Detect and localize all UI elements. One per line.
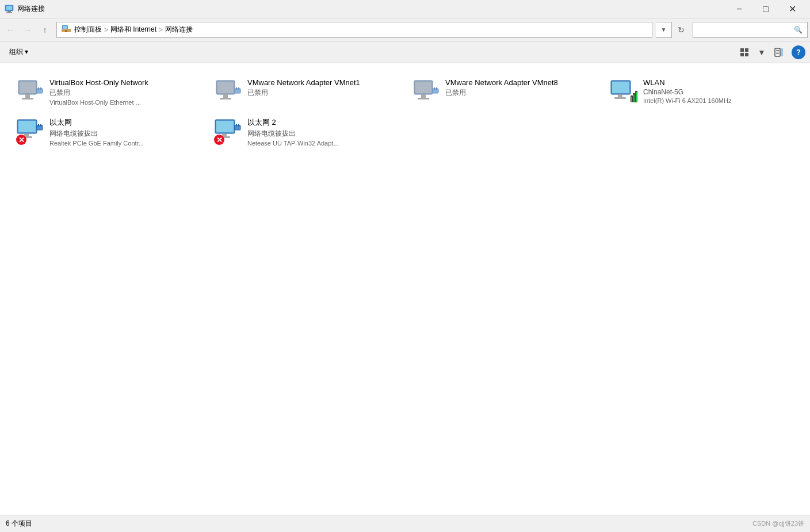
- svg-rect-37: [414, 81, 433, 94]
- maximize-button[interactable]: □: [752, 0, 779, 18]
- network-name-vmnet1: VMware Network Adapter VMnet1: [247, 78, 360, 87]
- svg-rect-55: [37, 125, 43, 130]
- minimize-button[interactable]: −: [726, 0, 752, 18]
- svg-rect-57: [40, 124, 41, 127]
- network-name-virtualbox: VirtualBox Host-Only Network: [49, 78, 148, 87]
- up-button[interactable]: ↑: [37, 22, 53, 38]
- help-button[interactable]: ?: [792, 45, 805, 59]
- svg-rect-24: [40, 87, 41, 90]
- svg-rect-35: [421, 94, 426, 98]
- svg-rect-50: [636, 92, 637, 102]
- network-name-vmnet8: VMware Network Adapter VMnet8: [445, 78, 558, 87]
- svg-rect-15: [776, 52, 779, 52]
- network-item-vmnet8[interactable]: VMware Network Adapter VMnet8 已禁用: [405, 72, 603, 112]
- breadcrumb-icon: [62, 24, 71, 35]
- search-icon: 🔍: [794, 26, 803, 34]
- computer-vmnet1-icon: [214, 78, 242, 106]
- svg-rect-63: [236, 124, 237, 127]
- back-button[interactable]: ←: [2, 22, 18, 38]
- breadcrumb-part3: 网络连接: [165, 25, 193, 35]
- network-info-ethernet2: 以太网 2 网络电缆被拔出 Netease UU TAP-Win32 Adapt…: [247, 117, 339, 147]
- svg-rect-39: [434, 87, 435, 90]
- network-detail-ethernet2: Netease UU TAP-Win32 Adapt...: [247, 140, 339, 147]
- svg-rect-2: [7, 11, 11, 12]
- svg-rect-62: [235, 125, 240, 130]
- svg-rect-27: [223, 94, 228, 98]
- network-name-ethernet: 以太网: [49, 117, 144, 128]
- network-name-ethernet2: 以太网 2: [247, 117, 339, 128]
- svg-rect-23: [38, 87, 39, 90]
- error-badge-ethernet: ✕: [16, 135, 26, 145]
- address-field[interactable]: 控制面板 > 网络和 Internet > 网络连接: [56, 22, 652, 38]
- search-input[interactable]: [698, 26, 794, 34]
- svg-rect-52: [18, 121, 36, 132]
- svg-rect-29: [216, 81, 235, 94]
- breadcrumb-part1: 控制面板: [74, 25, 102, 35]
- search-box[interactable]: 🔍: [693, 22, 808, 38]
- network-status-virtualbox: 已禁用: [49, 88, 148, 98]
- title-bar-controls[interactable]: − □ ✕: [726, 0, 805, 18]
- details-pane-button[interactable]: [771, 44, 787, 60]
- view-buttons: ▼: [736, 44, 787, 60]
- svg-rect-7: [65, 30, 67, 32]
- svg-rect-3: [6, 12, 12, 13]
- network-status-wlan: ChinaNet-5G: [643, 88, 731, 96]
- network-status-vmnet1: 已禁用: [247, 88, 360, 98]
- close-button[interactable]: ✕: [779, 0, 805, 18]
- svg-rect-59: [216, 121, 234, 132]
- network-icon-wrapper-ethernet2: ✕: [214, 117, 242, 145]
- status-item-count: 6 个项目: [6, 519, 32, 529]
- network-item-ethernet2[interactable]: ✕ 以太网 2 网络电缆被拔出 Netease UU TAP-Win32 Ada…: [207, 112, 405, 152]
- network-name-wlan: WLAN: [643, 78, 731, 87]
- title-bar-title: 网络连接: [17, 4, 726, 14]
- svg-rect-44: [614, 97, 626, 99]
- svg-rect-10: [740, 53, 744, 56]
- computer-wlan-icon: [610, 78, 637, 106]
- svg-rect-14: [776, 50, 779, 51]
- svg-rect-64: [238, 124, 239, 127]
- network-item-wlan[interactable]: WLAN ChinaNet-5G Intel(R) Wi-Fi 6 AX201 …: [603, 72, 801, 112]
- svg-rect-30: [235, 89, 240, 93]
- refresh-button[interactable]: ↻: [673, 22, 689, 38]
- network-info-virtualbox: VirtualBox Host-Only Network 已禁用 Virtual…: [49, 78, 148, 106]
- empty-cell-1: [405, 112, 603, 152]
- forward-button[interactable]: →: [20, 22, 36, 38]
- svg-rect-40: [436, 87, 437, 90]
- network-info-wlan: WLAN ChinaNet-5G Intel(R) Wi-Fi 6 AX201 …: [643, 78, 731, 104]
- network-item-vmnet1[interactable]: VMware Network Adapter VMnet1 已禁用: [207, 72, 405, 112]
- svg-rect-46: [631, 97, 632, 102]
- svg-rect-13: [781, 48, 783, 56]
- title-bar-icon: [5, 5, 14, 14]
- svg-rect-38: [433, 89, 438, 93]
- svg-rect-32: [238, 87, 239, 90]
- network-info-ethernet: 以太网 网络电缆被拔出 Realtek PCIe GbE Family Cont…: [49, 117, 144, 147]
- svg-rect-19: [25, 94, 30, 98]
- network-item-ethernet[interactable]: ✕ 以太网 网络电缆被拔出 Realtek PCIe GbE Family Co…: [9, 112, 207, 152]
- svg-rect-22: [37, 89, 43, 93]
- network-status-ethernet2: 网络电缆被拔出: [247, 129, 339, 139]
- network-icon-wrapper-vmnet8: [412, 78, 440, 106]
- network-grid: VirtualBox Host-Only Network 已禁用 Virtual…: [9, 72, 801, 152]
- network-info-vmnet1: VMware Network Adapter VMnet1 已禁用: [247, 78, 360, 99]
- network-item-virtualbox[interactable]: VirtualBox Host-Only Network 已禁用 Virtual…: [9, 72, 207, 112]
- svg-rect-16: [776, 53, 779, 54]
- svg-rect-8: [740, 48, 744, 52]
- status-bar: 6 个项目 CSDN @cjj饼23饼: [0, 515, 810, 532]
- svg-rect-36: [418, 98, 429, 99]
- view-dropdown-button[interactable]: ▼: [754, 44, 770, 60]
- address-dropdown[interactable]: ▼: [656, 22, 672, 38]
- view-toggle-button[interactable]: [736, 44, 752, 60]
- computer-disabled-icon: [16, 78, 44, 106]
- network-detail-virtualbox: VirtualBox Host-Only Ethernet ...: [49, 99, 148, 106]
- svg-rect-1: [6, 6, 12, 10]
- network-detail-wlan: Intel(R) Wi-Fi 6 AX201 160MHz: [643, 97, 731, 104]
- network-info-vmnet8: VMware Network Adapter VMnet8 已禁用: [445, 78, 558, 99]
- svg-rect-21: [18, 81, 37, 94]
- network-icon-wrapper-wlan: [610, 78, 637, 106]
- network-status-vmnet8: 已禁用: [445, 88, 558, 98]
- network-icon-wrapper-ethernet: ✕: [16, 117, 44, 145]
- svg-rect-9: [745, 48, 748, 52]
- organize-button[interactable]: 组织 ▾: [5, 45, 33, 59]
- svg-rect-43: [618, 94, 622, 97]
- svg-rect-28: [220, 98, 231, 99]
